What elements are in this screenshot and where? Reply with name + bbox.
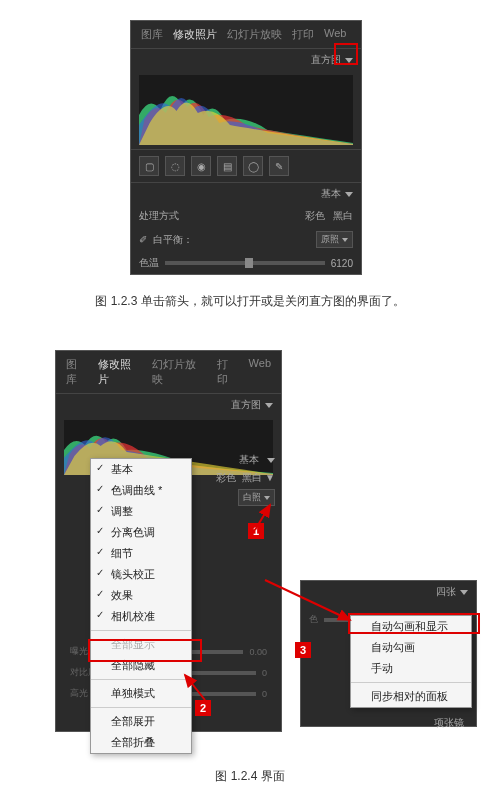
tab-web[interactable]: Web: [324, 27, 346, 42]
histogram-title: 直方图: [231, 398, 261, 412]
menu-item-detail[interactable]: 细节: [91, 543, 191, 564]
highlight-box-arrow: [334, 43, 358, 65]
tab-library[interactable]: 图库: [141, 27, 163, 42]
menu-collapse-all[interactable]: 全部折叠: [91, 732, 191, 753]
chevron-down-icon: [460, 590, 468, 595]
histogram-colors-icon: [139, 75, 353, 145]
tab-slideshow[interactable]: 幻灯片放映: [152, 357, 207, 387]
menu-item-hsl[interactable]: 调整: [91, 501, 191, 522]
panel-b-bottom2: 项张镜: [301, 712, 476, 734]
highlight-auto-show: [348, 613, 480, 634]
menu-item-split[interactable]: 分离色调: [91, 522, 191, 543]
panel-b-title: 四张: [436, 585, 456, 599]
temp-value: 6120: [331, 258, 353, 269]
tab-slideshow[interactable]: 幻灯片放映: [227, 27, 282, 42]
bw-mode-bg: 黑白 ▼: [242, 471, 275, 485]
tool-strip: ▢ ◌ ◉ ▤ ◯ ✎: [131, 149, 361, 183]
bw-mode[interactable]: 黑白: [333, 209, 353, 223]
menu-expand-all[interactable]: 全部展开: [91, 711, 191, 732]
grad-filter-icon[interactable]: ▤: [217, 156, 237, 176]
wb-dropdown[interactable]: 原照: [316, 231, 353, 248]
highlight-solo-mode: [88, 639, 202, 662]
chevron-down-icon: [345, 192, 353, 197]
menu-solo-mode[interactable]: 单独模式: [91, 683, 191, 704]
develop-panel: 图库 修改照片 幻灯片放映 打印 Web 直方图 ▢: [130, 20, 362, 275]
crop-icon[interactable]: ▢: [139, 156, 159, 176]
chevron-down-icon: [267, 458, 275, 463]
menu-item-lens[interactable]: 镜头校正: [91, 564, 191, 585]
spot-removal-icon[interactable]: ◌: [165, 156, 185, 176]
wb-dropdown-bg[interactable]: 白照: [238, 489, 275, 506]
panel-context-menu: 基本 色调曲线 * 调整 分离色调 细节 镜头校正 效果 相机校准 全部显示 全…: [90, 458, 192, 754]
tab-develop[interactable]: 修改照片: [98, 357, 142, 387]
chevron-down-icon: [265, 403, 273, 408]
chevron-down-icon: [264, 496, 270, 500]
histogram-header[interactable]: 直方图: [56, 394, 281, 416]
basic-label-bg: 基本: [239, 453, 259, 467]
temp-row: 色温 6120: [131, 252, 361, 274]
menu-item-camera[interactable]: 相机校准: [91, 606, 191, 627]
panel-b-header: 四张: [301, 581, 476, 603]
redeye-icon[interactable]: ◉: [191, 156, 211, 176]
figure1-caption: 图 1.2.3 单击箭头，就可以打开或是关闭直方图的界面了。: [0, 293, 500, 310]
process-row: 处理方式 彩色 黑白: [131, 205, 361, 227]
temp-slider[interactable]: [165, 261, 325, 265]
color-mode-bg: 彩色: [216, 471, 236, 485]
figure-1: 图库 修改照片 幻灯片放映 打印 Web 直方图 ▢: [0, 20, 500, 310]
module-tabs: 图库 修改照片 幻灯片放映 打印 Web: [56, 351, 281, 394]
menu-sync-panels[interactable]: 同步相对的面板: [351, 686, 471, 707]
annotation-3: 3: [295, 642, 311, 658]
wb-label: 白平衡：: [153, 233, 193, 247]
eyedropper-icon[interactable]: ✐: [139, 234, 147, 245]
wb-row: ✐ 白平衡： 原照: [131, 227, 361, 252]
tab-library[interactable]: 图库: [66, 357, 88, 387]
tab-print[interactable]: 打印: [292, 27, 314, 42]
tab-develop[interactable]: 修改照片: [173, 27, 217, 42]
menu-item-tonecurve[interactable]: 色调曲线 *: [91, 480, 191, 501]
menu-auto[interactable]: 自动勾画: [351, 637, 471, 658]
histogram-header[interactable]: 直方图: [131, 49, 361, 71]
chevron-down-icon: [342, 238, 348, 242]
menu-manual[interactable]: 手动: [351, 658, 471, 679]
histogram: [139, 75, 353, 145]
basic-header[interactable]: 基本: [131, 183, 361, 205]
brush-icon[interactable]: ✎: [269, 156, 289, 176]
tab-print[interactable]: 打印: [217, 357, 239, 387]
annotation-2: 2: [195, 700, 211, 716]
slider-thumb[interactable]: [245, 258, 253, 268]
menu-item-basic[interactable]: 基本: [91, 459, 191, 480]
figure-2: 图库 修改照片 幻灯片放映 打印 Web 直方图: [0, 350, 500, 785]
annotation-1: 1: [248, 523, 264, 539]
color-mode[interactable]: 彩色: [305, 209, 325, 223]
temp-label: 色温: [139, 256, 159, 270]
radial-filter-icon[interactable]: ◯: [243, 156, 263, 176]
module-tabs: 图库 修改照片 幻灯片放映 打印 Web: [131, 21, 361, 49]
menu-item-effects[interactable]: 效果: [91, 585, 191, 606]
basic-label: 基本: [321, 187, 341, 201]
process-label: 处理方式: [139, 209, 179, 223]
figure2-caption: 图 1.2.4 界面: [0, 768, 500, 785]
tab-web[interactable]: Web: [249, 357, 271, 387]
